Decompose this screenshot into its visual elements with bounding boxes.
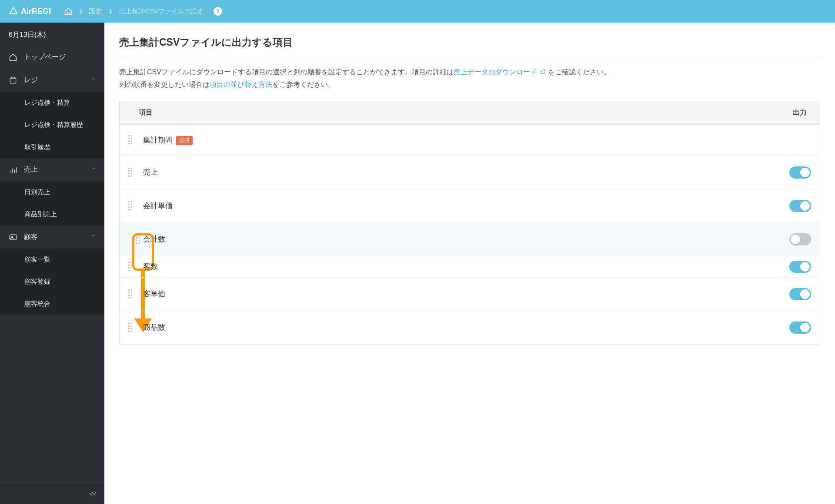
csv-fields-table: 項目 出力 集計期間必須 売上 会計単価 [119, 101, 820, 345]
sidebar-item-sales[interactable]: 売上 ⌃ [0, 158, 104, 181]
nav-label: 顧客一覧 [24, 255, 96, 264]
chevron-up-icon: ⌃ [91, 77, 96, 83]
link-reorder-method[interactable]: 項目の並び替え方法 [210, 81, 272, 88]
sidebar-collapse-button[interactable]: << [0, 484, 104, 504]
output-toggle[interactable] [789, 233, 811, 245]
output-toggle[interactable] [789, 288, 811, 300]
drag-handle-icon[interactable] [136, 235, 142, 244]
sidebar-item-register[interactable]: レジ ⌃ [0, 69, 104, 92]
logo-text: AirREGI [21, 7, 51, 16]
output-toggle[interactable] [789, 166, 811, 179]
row-label: 会計数 [143, 234, 789, 244]
row-label: 会計単価 [143, 201, 789, 211]
nav-label: 商品別売上 [24, 210, 96, 219]
desc-text: 列の順番を変更したい場合は [119, 81, 210, 88]
desc-text: 売上集計CSVファイルにダウンロードする項目の選択と列の順番を設定することができ… [119, 68, 454, 76]
nav-label: レジ [24, 76, 85, 85]
breadcrumb-settings[interactable]: 設定 [89, 7, 102, 16]
row-label: 客単価 [143, 289, 789, 299]
sidebar-item-register-check[interactable]: レジ点検・精算 [0, 92, 104, 114]
sidebar-item-daily-sales[interactable]: 日別売上 [0, 181, 104, 203]
link-sales-download[interactable]: 売上データのダウンロード [454, 68, 546, 76]
register-icon [9, 76, 17, 85]
chart-icon [9, 166, 17, 174]
table-row: 客単価 [120, 278, 820, 311]
required-badge: 必須 [176, 136, 193, 145]
sidebar-item-customer-list[interactable]: 顧客一覧 [0, 249, 104, 271]
chevron-right-icon: ❯ [108, 8, 113, 14]
sidebar: 6月13日(木) トップページ レジ ⌃ レジ点検・精算 レジ点検・精算履歴 取… [0, 23, 104, 504]
sidebar-item-customer[interactable]: 顧客 ⌃ [0, 225, 104, 249]
row-label: 集計期間必須 [143, 135, 811, 145]
page-description: 売上集計CSVファイルにダウンロードする項目の選択と列の順番を設定することができ… [119, 58, 820, 91]
table-row: 売上 [120, 156, 820, 189]
nav-label: 顧客統合 [24, 300, 96, 308]
nav-label: 顧客登録 [24, 278, 96, 286]
app-logo[interactable]: AirREGI [9, 7, 51, 16]
table-row: 商品数 [120, 311, 820, 344]
help-icon[interactable]: ? [214, 7, 222, 16]
breadcrumb-current: 売上集計CSVファイルの設定 [119, 7, 204, 16]
sidebar-item-register-history[interactable]: レジ点検・精算履歴 [0, 114, 104, 136]
sidebar-item-product-sales[interactable]: 商品別売上 [0, 203, 104, 225]
table-row: 会計数 [120, 223, 820, 256]
row-label: 商品数 [143, 322, 789, 332]
desc-text: をご確認ください。 [548, 68, 611, 76]
table-header: 項目 出力 [120, 101, 820, 125]
page-title: 売上集計CSVファイルに出力する項目 [119, 36, 820, 49]
table-row: 客数 [120, 256, 820, 278]
output-toggle[interactable] [789, 261, 811, 273]
main-content: 売上集計CSVファイルに出力する項目 売上集計CSVファイルにダウンロードする項… [104, 23, 835, 504]
customer-icon [9, 233, 17, 242]
sidebar-item-transaction-history[interactable]: 取引履歴 [0, 136, 104, 158]
home-icon[interactable] [64, 7, 73, 16]
sidebar-item-customer-register[interactable]: 顧客登録 [0, 271, 104, 293]
chevron-double-left-icon: << [89, 490, 96, 497]
sidebar-item-customer-merge[interactable]: 顧客統合 [0, 293, 104, 315]
chevron-up-icon: ⌃ [91, 234, 96, 240]
chevron-right-icon: ❯ [79, 8, 83, 14]
nav-label: 取引履歴 [24, 143, 96, 151]
output-toggle[interactable] [789, 200, 811, 212]
logo-icon [9, 7, 18, 16]
row-label: 売上 [143, 167, 789, 177]
sidebar-date: 6月13日(木) [0, 23, 104, 46]
drag-handle-icon[interactable] [128, 168, 134, 177]
output-toggle[interactable] [789, 322, 811, 334]
breadcrumb: ❯ 設定 ❯ 売上集計CSVファイルの設定 ? [64, 7, 222, 16]
svg-rect-0 [10, 78, 16, 83]
drag-handle-icon[interactable] [128, 289, 134, 299]
nav-label: トップページ [24, 53, 96, 62]
external-link-icon [540, 69, 546, 75]
nav-label: 売上 [24, 165, 85, 174]
header-output: 出力 [772, 108, 807, 117]
app-header: AirREGI ❯ 設定 ❯ 売上集計CSVファイルの設定 ? [0, 0, 835, 23]
sidebar-item-top[interactable]: トップページ [0, 46, 104, 69]
drag-handle-icon[interactable] [128, 323, 134, 332]
nav-label: レジ点検・精算履歴 [24, 121, 96, 129]
drag-handle-icon[interactable] [128, 262, 134, 272]
table-row: 集計期間必須 [120, 125, 820, 156]
nav-label: 顧客 [24, 232, 85, 242]
row-label: 客数 [143, 262, 789, 272]
nav-label: レジ点検・精算 [24, 99, 96, 107]
chevron-up-icon: ⌃ [91, 167, 96, 173]
table-row: 会計単価 [120, 189, 820, 223]
nav-label: 日別売上 [24, 188, 96, 196]
header-item: 項目 [133, 108, 772, 117]
home-icon [9, 53, 17, 62]
drag-handle-icon[interactable] [128, 201, 134, 211]
desc-text: をご参考ください。 [272, 81, 335, 88]
drag-handle-icon[interactable] [128, 135, 134, 145]
